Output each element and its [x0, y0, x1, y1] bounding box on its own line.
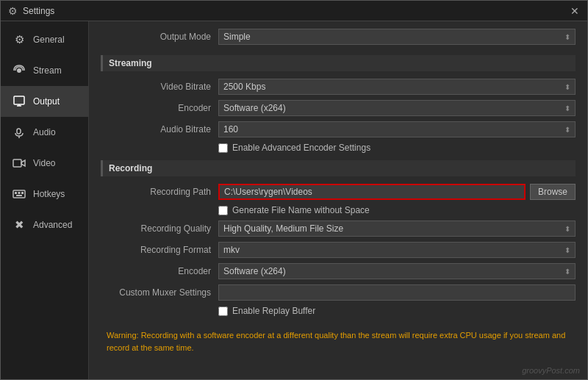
muxer-control — [218, 284, 576, 301]
streaming-encoder-value: Software (x264) — [223, 103, 286, 113]
recording-encoder-arrow: ⬍ — [564, 268, 570, 276]
svg-rect-2 — [17, 129, 21, 134]
general-icon: ⚙ — [11, 32, 27, 48]
sidebar-item-general[interactable]: ⚙ General — [1, 24, 88, 55]
audio-icon — [11, 124, 27, 140]
titlebar: ⚙ Settings ✕ — [1, 1, 587, 21]
video-bitrate-label: Video Bitrate — [115, 82, 211, 92]
sidebar-label-general: General — [33, 35, 65, 45]
app-icon: ⚙ — [7, 5, 18, 17]
sidebar: ⚙ General Stream — [1, 21, 89, 379]
path-input-wrapper: Browse — [218, 184, 576, 200]
svg-point-0 — [17, 68, 21, 73]
svg-rect-6 — [15, 192, 17, 194]
hotkeys-icon — [11, 186, 27, 202]
sidebar-label-output: Output — [33, 96, 60, 107]
sidebar-item-output[interactable]: Output — [1, 86, 88, 117]
recording-encoder-value: Software (x264) — [223, 266, 286, 276]
streaming-encoder-arrow: ⬍ — [564, 104, 570, 112]
sidebar-item-stream[interactable]: Stream — [1, 55, 88, 86]
audio-bitrate-label: Audio Bitrate — [115, 124, 211, 135]
sidebar-label-hotkeys: Hotkeys — [33, 189, 65, 199]
recording-format-label: Recording Format — [115, 245, 211, 255]
muxer-row: Custom Muxer Settings — [101, 284, 576, 301]
sidebar-item-hotkeys[interactable]: Hotkeys — [1, 179, 88, 209]
audio-bitrate-value: 160 — [223, 124, 238, 135]
recording-path-input[interactable] — [218, 184, 526, 200]
stream-icon — [11, 62, 27, 79]
recording-section-title: Recording — [101, 160, 576, 176]
advanced-encoder-row: Enable Advanced Encoder Settings — [101, 143, 576, 153]
replay-buffer-row: Enable Replay Buffer — [101, 306, 576, 316]
close-button[interactable]: ✕ — [568, 4, 581, 18]
main-wrapper: Output Mode Simple ⬍ Streaming Video Bit… — [89, 21, 587, 379]
streaming-encoder-select[interactable]: Software (x264) ⬍ — [218, 100, 576, 116]
advanced-encoder-checkbox[interactable] — [218, 143, 228, 153]
recording-encoder-select[interactable]: Software (x264) ⬍ — [218, 263, 576, 279]
recording-quality-row: Recording Quality High Quality, Medium F… — [101, 221, 576, 237]
streaming-encoder-control: Software (x264) ⬍ — [218, 100, 576, 116]
svg-rect-1 — [14, 96, 24, 104]
sidebar-label-stream: Stream — [33, 65, 62, 76]
video-bitrate-select[interactable]: 2500 Kbps ⬍ — [218, 79, 576, 95]
recording-encoder-control: Software (x264) ⬍ — [218, 263, 576, 279]
audio-bitrate-row: Audio Bitrate 160 ⬍ — [101, 121, 576, 137]
muxer-input[interactable] — [218, 284, 576, 301]
recording-encoder-row: Encoder Software (x264) ⬍ — [101, 263, 576, 279]
advanced-icon: ✖ — [11, 217, 27, 233]
svg-rect-7 — [18, 192, 21, 194]
video-bitrate-value: 2500 Kbps — [223, 82, 265, 92]
sidebar-item-advanced[interactable]: ✖ Advanced — [1, 209, 88, 240]
sidebar-label-audio: Audio — [33, 127, 56, 137]
output-mode-row: Output Mode Simple ⬍ — [101, 29, 576, 45]
muxer-label: Custom Muxer Settings — [115, 287, 211, 298]
output-mode-label: Output Mode — [145, 32, 211, 42]
recording-quality-arrow: ⬍ — [564, 225, 570, 233]
browse-button[interactable]: Browse — [530, 184, 576, 200]
settings-window: ⚙ Settings ✕ ⚙ General St — [0, 0, 588, 380]
recording-quality-label: Recording Quality — [115, 223, 211, 234]
recording-format-select[interactable]: mkv ⬍ — [218, 242, 576, 258]
sidebar-label-advanced: Advanced — [33, 220, 72, 230]
main-content: Output Mode Simple ⬍ Streaming Video Bit… — [89, 21, 587, 365]
audio-bitrate-select[interactable]: 160 ⬍ — [218, 121, 576, 137]
recording-encoder-label: Encoder — [115, 266, 211, 276]
window-title: Settings — [23, 6, 568, 16]
generate-filename-label: Generate File Name without Space — [232, 205, 370, 215]
recording-format-row: Recording Format mkv ⬍ — [101, 242, 576, 258]
recording-quality-control: High Quality, Medium File Size ⬍ — [218, 221, 576, 237]
recording-format-arrow: ⬍ — [564, 246, 570, 254]
video-bitrate-row: Video Bitrate 2500 Kbps ⬍ — [101, 79, 576, 95]
content-area: ⚙ General Stream — [1, 21, 587, 379]
generate-filename-checkbox[interactable] — [218, 206, 228, 215]
video-icon — [11, 155, 27, 171]
svg-rect-8 — [21, 192, 24, 194]
recording-format-value: mkv — [223, 245, 240, 255]
output-mode-arrow: ⬍ — [564, 33, 570, 41]
audio-bitrate-control: 160 ⬍ — [218, 121, 576, 137]
replay-buffer-checkbox[interactable] — [218, 306, 228, 316]
advanced-encoder-label: Enable Advanced Encoder Settings — [232, 143, 370, 153]
audio-bitrate-arrow: ⬍ — [564, 126, 570, 134]
output-mode-select[interactable]: Simple ⬍ — [218, 29, 576, 45]
output-mode-value: Simple — [223, 32, 251, 42]
recording-quality-value: High Quality, Medium File Size — [223, 223, 343, 234]
streaming-section-title: Streaming — [101, 55, 576, 71]
sidebar-item-video[interactable]: Video — [1, 148, 88, 179]
svg-rect-9 — [16, 195, 22, 196]
output-icon — [11, 93, 27, 110]
generate-filename-row: Generate File Name without Space — [101, 205, 576, 215]
streaming-encoder-row: Encoder Software (x264) ⬍ — [101, 100, 576, 116]
recording-quality-select[interactable]: High Quality, Medium File Size ⬍ — [218, 221, 576, 237]
recording-path-row: Recording Path Browse — [101, 184, 576, 200]
sidebar-label-video: Video — [33, 158, 55, 168]
warning-text: Warning: Recording with a software encod… — [101, 325, 576, 358]
svg-rect-4 — [13, 159, 21, 167]
recording-format-control: mkv ⬍ — [218, 242, 576, 258]
replay-buffer-label: Enable Replay Buffer — [232, 306, 315, 316]
watermark: groovyPost.com — [522, 366, 580, 375]
sidebar-item-audio[interactable]: Audio — [1, 117, 88, 148]
streaming-encoder-label: Encoder — [115, 103, 211, 113]
video-bitrate-arrow: ⬍ — [564, 83, 570, 91]
recording-path-label: Recording Path — [115, 187, 211, 197]
